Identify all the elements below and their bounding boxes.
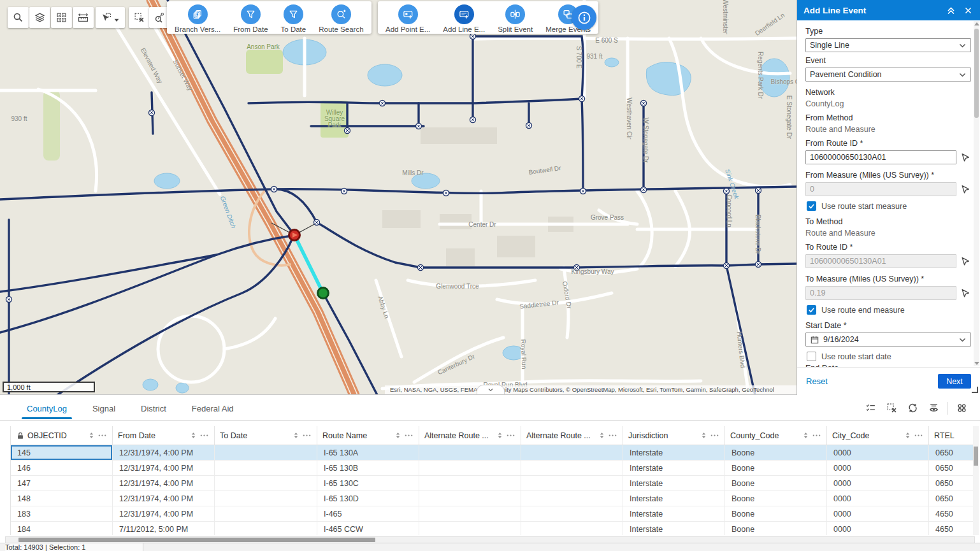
table-cell[interactable]: Boone — [725, 506, 827, 522]
to-date-button[interactable]: To Date — [281, 4, 306, 33]
close-panel-icon[interactable] — [963, 5, 974, 16]
column-menu-icon[interactable] — [608, 431, 617, 440]
table-cell[interactable]: 0000 — [827, 506, 929, 522]
overview-grid-tool-button[interactable] — [51, 7, 72, 28]
use-route-end-measure-checkbox[interactable]: Use route end measure — [807, 305, 971, 315]
sort-icon[interactable] — [88, 431, 95, 440]
table-cell[interactable]: 145 — [11, 445, 113, 461]
refresh-button[interactable] — [904, 399, 922, 417]
table-cell[interactable]: 183 — [11, 506, 113, 522]
column-header-city-code[interactable]: City_Code — [827, 426, 929, 445]
table-cell[interactable]: Boone — [725, 491, 827, 506]
table-cell[interactable]: I-465 — [317, 506, 419, 522]
column-menu-icon[interactable] — [302, 431, 312, 440]
tab-signal[interactable]: Signal — [91, 397, 117, 419]
clear-selection-button[interactable] — [883, 399, 901, 417]
table-cell[interactable]: 12/31/1974, 4:00 PM — [113, 506, 215, 522]
table-cell[interactable] — [215, 445, 317, 461]
pick-from-measure-on-map-icon[interactable] — [960, 184, 971, 195]
table-cell[interactable] — [419, 461, 521, 476]
column-menu-icon[interactable] — [404, 431, 414, 440]
table-row[interactable]: 14712/31/1974, 4:00 PMI-65 130CInterstat… — [11, 476, 974, 491]
checkbox-unchecked-icon[interactable] — [807, 352, 816, 361]
use-route-start-date-checkbox[interactable]: Use route start date — [807, 352, 971, 361]
branch-vers-button[interactable]: Branch Vers... — [175, 4, 220, 33]
visibility-button[interactable] — [925, 399, 943, 417]
table-cell[interactable]: Boone — [725, 476, 827, 491]
column-header-jurisdiction[interactable]: Jurisdiction — [623, 426, 725, 445]
sort-icon[interactable] — [292, 431, 299, 440]
info-button[interactable] — [572, 5, 596, 30]
table-cell[interactable]: Boone — [725, 445, 827, 461]
table-cell[interactable]: 0000 — [827, 461, 929, 476]
column-header-from-date[interactable]: From Date — [113, 426, 215, 445]
table-cell[interactable] — [521, 461, 623, 476]
table-cell[interactable] — [419, 476, 521, 491]
options-grid-button[interactable] — [953, 399, 971, 417]
clear-selection-tool-button[interactable] — [129, 7, 150, 28]
column-header-alternate-route[interactable]: Alternate Route ... — [419, 426, 521, 445]
table-cell[interactable]: 148 — [11, 491, 113, 506]
table-cell[interactable]: Interstate — [623, 445, 725, 461]
table-cell[interactable]: 0650 — [929, 491, 974, 506]
sort-icon[interactable] — [394, 431, 401, 440]
column-header-route-name[interactable]: Route Name — [317, 426, 419, 445]
route-search-button[interactable]: Route Search — [319, 4, 363, 33]
table-cell[interactable]: 7/11/2012, 5:00 PM — [113, 522, 215, 535]
table-cell[interactable] — [521, 522, 623, 535]
column-menu-icon[interactable] — [812, 431, 821, 440]
add-line-e-button[interactable]: Add Line E... — [443, 4, 485, 33]
column-menu-icon[interactable] — [97, 431, 107, 440]
panel-resize-handle[interactable] — [972, 387, 978, 393]
tab-district[interactable]: District — [140, 397, 168, 419]
table-cell[interactable] — [419, 522, 521, 535]
reset-link[interactable]: Reset — [806, 376, 938, 386]
table-cell[interactable]: 4650 — [929, 522, 974, 535]
column-menu-icon[interactable] — [199, 431, 209, 440]
column-menu-icon[interactable] — [710, 431, 719, 440]
caret-down-icon[interactable] — [113, 15, 120, 21]
attribution-collapse-button[interactable] — [477, 385, 505, 394]
table-cell[interactable]: 184 — [11, 522, 113, 535]
sort-icon[interactable] — [190, 431, 197, 440]
table-cell[interactable]: 0650 — [929, 476, 974, 491]
table-cell[interactable]: 0650 — [929, 461, 974, 476]
table-cell[interactable]: I-65 130C — [317, 476, 419, 491]
table-cell[interactable]: Interstate — [623, 522, 725, 535]
map-canvas[interactable] — [0, 0, 796, 395]
table-cell[interactable]: Boone — [725, 522, 827, 535]
show-selection-button[interactable] — [861, 399, 880, 417]
table-cell[interactable] — [419, 491, 521, 506]
collapse-panel-icon[interactable] — [946, 5, 956, 16]
table-cell[interactable]: 12/31/1974, 4:00 PM — [113, 476, 215, 491]
table-cell[interactable]: I-65 130D — [317, 491, 419, 506]
table-cell[interactable] — [215, 476, 317, 491]
use-route-start-measure-checkbox[interactable]: Use route start measure — [807, 201, 971, 211]
table-cell[interactable] — [521, 491, 623, 506]
table-cell[interactable]: 12/31/1974, 4:00 PM — [113, 461, 215, 476]
sort-icon[interactable] — [496, 431, 503, 440]
add-point-e-button[interactable]: Add Point E... — [386, 4, 430, 33]
table-cell[interactable]: 147 — [11, 476, 113, 491]
column-header-rtel[interactable]: RTEL — [929, 426, 974, 445]
next-button[interactable]: Next — [938, 374, 971, 389]
event-select[interactable]: Pavement Condition — [805, 68, 971, 82]
select-tool-button[interactable] — [96, 7, 125, 28]
table-cell[interactable] — [419, 445, 521, 461]
table-cell[interactable]: Interstate — [623, 461, 725, 476]
table-cell[interactable] — [419, 506, 521, 522]
table-cell[interactable] — [521, 476, 623, 491]
table-cell[interactable]: 0000 — [827, 491, 929, 506]
sort-icon[interactable] — [802, 431, 809, 440]
panel-scrollbar[interactable] — [974, 21, 979, 366]
column-header-to-date[interactable]: To Date — [215, 426, 317, 445]
column-header-objectid[interactable]: OBJECTID — [11, 426, 113, 445]
pick-to-measure-on-map-icon[interactable] — [960, 288, 971, 299]
table-row[interactable]: 14512/31/1974, 4:00 PMI-65 130AInterstat… — [11, 445, 974, 461]
table-cell[interactable] — [215, 491, 317, 506]
checkbox-checked-icon[interactable] — [807, 305, 816, 315]
table-row[interactable]: 18312/31/1974, 4:00 PMI-465InterstateBoo… — [11, 506, 974, 522]
from-route-id-input[interactable] — [805, 150, 956, 164]
column-menu-icon[interactable] — [506, 431, 515, 440]
table-row[interactable]: 14812/31/1974, 4:00 PMI-65 130DInterstat… — [11, 491, 974, 506]
